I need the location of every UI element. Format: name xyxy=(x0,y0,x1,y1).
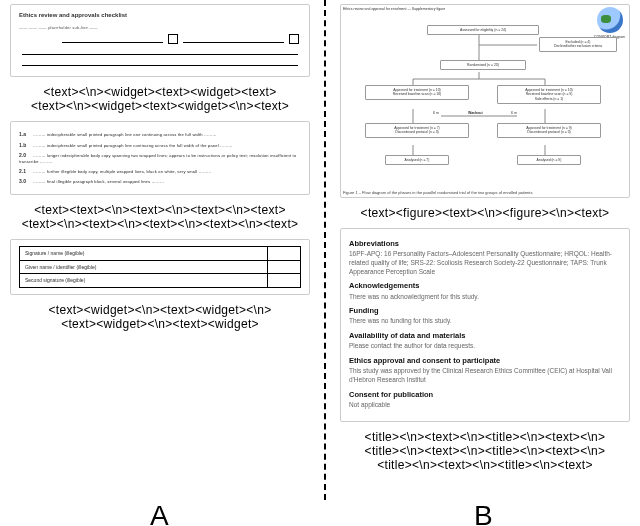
node-arm-left-2: Approved for treatment (n = 7) Discontin… xyxy=(365,123,469,138)
caption-b2: <title><\n><text><\n><title><\n><text><\… xyxy=(340,430,630,472)
washout-label: Washout xyxy=(468,111,483,116)
column-divider xyxy=(324,0,326,500)
checkbox-icon xyxy=(168,34,178,44)
section-heading: Consent for publication xyxy=(349,390,621,400)
table-cell xyxy=(267,246,300,260)
figure-root: Ethics review and approvals checklist ——… xyxy=(0,0,640,526)
list-item: 2.0……… longer indecipherable body copy s… xyxy=(19,152,301,165)
list-number: 3.0 xyxy=(19,178,33,185)
text-underline-field xyxy=(22,48,298,55)
section-body: Please contact the author for data reque… xyxy=(349,342,621,351)
table-row: Second signature (illegible) xyxy=(20,274,301,288)
panel-b1-flowchart: Ethics review and approval for enrolment… xyxy=(340,4,630,198)
text-underline-field xyxy=(22,59,298,66)
caption-a2: <text><text><\n><text><\n><text><\n><tex… xyxy=(10,203,310,231)
list-text: ……… longer indecipherable body copy span… xyxy=(19,153,296,164)
node-arm-left-1: Approved for treatment (n = 10) Received… xyxy=(365,85,469,100)
section-body: There was no funding for this study. xyxy=(349,317,621,326)
figure-caption: Figure 1 – Flow diagram of the phases in… xyxy=(343,190,627,195)
table-cell: Given name / identifier (illegible) xyxy=(20,260,268,274)
caption-a1: <text><\n><widget><text><widget><text> <… xyxy=(10,85,310,113)
panel-a1-title: Ethics review and approvals checklist xyxy=(19,11,301,19)
list-text: ……… indecipherable small printed paragra… xyxy=(33,132,217,137)
table-cell xyxy=(267,260,300,274)
table-row: Given name / identifier (illegible) xyxy=(20,260,301,274)
panel-a1-row xyxy=(19,59,301,66)
column-label-a: A xyxy=(150,500,169,526)
panel-a1-row xyxy=(19,48,301,55)
column-a: Ethics review and approvals checklist ——… xyxy=(10,4,310,500)
section-body: This study was approved by the Clinical … xyxy=(349,367,621,385)
list-number: 2.0 xyxy=(19,152,33,159)
node-text: Declined/other exclusion criteria xyxy=(554,44,602,48)
list-text: ……… further illegible body copy, multipl… xyxy=(33,169,211,174)
node-analysed-right: Analysed (n = 9) xyxy=(517,155,581,165)
signature-table: Signature / name (illegible) Given name … xyxy=(19,246,301,288)
node-text: Side effects (n = 1) xyxy=(535,97,564,101)
section-heading: Ethics approval and consent to participa… xyxy=(349,356,621,366)
panel-a1-subtitle: —— —— —— placeholder sub-line —— xyxy=(19,25,301,30)
node-analysed-left: Analysed (n = 7) xyxy=(385,155,449,165)
table-cell xyxy=(267,274,300,288)
table-cell: Signature / name (illegible) xyxy=(20,246,268,260)
list-item: 3.0……… final illegible paragraph block, … xyxy=(19,178,301,185)
node-excluded: Excluded (n = 4) Declined/other exclusio… xyxy=(539,37,617,52)
section-body: 16PF-APQ: 16 Personality Factors–Adolesc… xyxy=(349,250,621,276)
list-text: ……… indecipherable small printed paragra… xyxy=(33,143,233,148)
node-text: Discontinued protocol (n = 0) xyxy=(527,130,570,134)
panel-a1-row xyxy=(19,34,301,44)
checkbox-icon xyxy=(289,34,299,44)
caption-a3: <text><widget><\n><text><widget><\n> <te… xyxy=(10,303,310,331)
section-heading: Availability of data and materials xyxy=(349,331,621,341)
list-item: 1.a……… indecipherable small printed para… xyxy=(19,131,301,138)
section-heading: Abbreviations xyxy=(349,239,621,249)
node-text: Received baseline scan (n = 10) xyxy=(393,92,442,96)
column-label-b: B xyxy=(474,500,493,526)
text-underline-field xyxy=(183,36,284,43)
time-right: 6 m xyxy=(511,111,517,116)
panel-a2-textlist: 1.a……… indecipherable small printed para… xyxy=(10,121,310,194)
panel-a3-table: Signature / name (illegible) Given name … xyxy=(10,239,310,295)
panel-b2-declarations: Abbreviations 16PF-APQ: 16 Personality F… xyxy=(340,228,630,422)
list-number: 1.b xyxy=(19,142,33,149)
field-label xyxy=(19,36,59,43)
node-arm-right-1: Approved for treatment (n = 10) Received… xyxy=(497,85,601,104)
time-left: 6 m xyxy=(433,111,439,116)
section-body: There was no acknowledgment for this stu… xyxy=(349,293,621,302)
column-b: Ethics review and approval for enrolment… xyxy=(340,4,630,500)
list-number: 2.1 xyxy=(19,168,33,175)
section-body: Not applicable xyxy=(349,401,621,410)
node-randomised: Randomised (n = 20) xyxy=(440,60,526,70)
node-text: Discontinued protocol (n = 3) xyxy=(395,130,438,134)
section-heading: Acknowledgements xyxy=(349,281,621,291)
list-number: 1.a xyxy=(19,131,33,138)
panel-a1-form: Ethics review and approvals checklist ——… xyxy=(10,4,310,77)
node-assessed: Assessed for eligibility (n = 24) xyxy=(427,25,539,35)
section-heading: Funding xyxy=(349,306,621,316)
list-item: 2.1……… further illegible body copy, mult… xyxy=(19,168,301,175)
table-cell: Second signature (illegible) xyxy=(20,274,268,288)
caption-b1: <text><figure><text><\n><figure><\n><tex… xyxy=(340,206,630,220)
text-underline-field xyxy=(62,36,163,43)
node-arm-right-2: Approved for treatment (n = 9) Discontin… xyxy=(497,123,601,138)
list-text: ……… final illegible paragraph block, sev… xyxy=(33,179,164,184)
table-row: Signature / name (illegible) xyxy=(20,246,301,260)
list-item: 1.b……… indecipherable small printed para… xyxy=(19,142,301,149)
